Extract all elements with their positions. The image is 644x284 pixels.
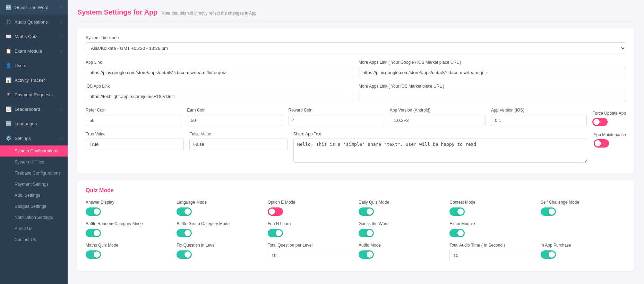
app-link-input[interactable] (86, 67, 353, 78)
sidebar-sub-item-badges-settings[interactable]: Badges Settings (0, 201, 68, 212)
guess-word-icon: 🔤 (6, 5, 11, 10)
sidebar-item-label: Payment Requests (15, 92, 53, 97)
contest-mode-label: Contest Mode (449, 200, 535, 205)
exam-icon: 📋 (6, 48, 11, 54)
sidebar-item-audio-questions[interactable]: 🎵 Audio Questions › (0, 15, 68, 29)
settings-icon: ⚙️ (6, 135, 11, 141)
sidebar-item-label: Audio Questions (15, 19, 48, 25)
chevron-icon: › (61, 5, 62, 9)
sidebar-item-label: Users (15, 63, 26, 68)
more-apps-ios-link-label: More Apps Link ( Your iOS Market place U… (359, 84, 626, 89)
app-version-ios-input[interactable] (491, 115, 587, 126)
toggle-option-e-mode: Option E Mode (268, 200, 353, 216)
guess-word-label: Guess the Word (359, 221, 444, 226)
toggle-contest-mode: Contest Mode (449, 200, 535, 216)
more-apps-ios-link-input[interactable] (359, 91, 626, 102)
chevron-icon: › (61, 136, 62, 140)
toggle-fun-n-learn: Fun N Learn (268, 221, 353, 237)
more-apps-link-input[interactable] (359, 67, 626, 78)
false-value-input[interactable] (189, 139, 287, 150)
chevron-icon: › (61, 34, 62, 38)
battle-group-label: Battle Group Category Mode (177, 221, 262, 226)
force-update-label: Force Update App (592, 111, 626, 116)
ios-app-link-input[interactable] (86, 91, 353, 102)
sidebar-item-users[interactable]: 👤 Users (0, 58, 68, 73)
in-app-purchase-label: In App Purchase (541, 243, 626, 248)
toggle-self-challenge-mode: Self Challenge Mode (541, 200, 626, 216)
sidebar-sub-item-ads-settings[interactable]: Ads. Settings (0, 190, 68, 201)
app-version-android-input[interactable] (390, 115, 486, 126)
toggle-audio-mode: Audio Mode (359, 243, 444, 259)
true-value-input[interactable] (86, 139, 184, 150)
toggle-daily-quiz-mode: Daily Quiz Mode (359, 200, 444, 216)
reward-coin-input[interactable] (289, 115, 384, 126)
users-icon: 👤 (6, 63, 11, 68)
audio-icon: 🎵 (6, 19, 11, 25)
sidebar-sub-item-firebase-configurations[interactable]: Firebase Configurations (0, 168, 68, 179)
sidebar-item-languages[interactable]: 🔤 Languages (0, 116, 68, 131)
reward-coin-label: Reward Coin (289, 108, 384, 113)
fix-question-level-label: Fix Question in Level (177, 243, 262, 248)
sidebar-item-activity-tracker[interactable]: 📊 Activity Tracker (0, 73, 68, 87)
toggle-maths-quiz-mode: Maths Quiz Mode (86, 243, 171, 259)
sidebar-sub-item-contact-us[interactable]: Contact Us (0, 234, 68, 245)
toggle-battle-random: Battle Random Category Mode (86, 221, 171, 237)
chevron-icon: › (61, 20, 62, 24)
sidebar-item-guess-the-word[interactable]: 🔤 Guess The Word › (0, 0, 68, 15)
share-app-text-label: Share App Text (293, 132, 588, 136)
app-maintenance-slider (594, 139, 609, 148)
languages-icon: 🔤 (6, 121, 11, 126)
sidebar-item-label: Activity Tracker (15, 78, 45, 83)
total-audio-time-input[interactable] (449, 250, 535, 261)
quiz-mode-title: Quiz Mode (86, 187, 626, 194)
total-question-per-level-label: Total Question per Level (268, 243, 353, 248)
sidebar-sub-item-payment-settings[interactable]: Payment Settings (0, 179, 68, 190)
more-apps-link-label: More Apps Link ( Your Google / iOS Marke… (359, 60, 626, 65)
sidebar-item-exam-module[interactable]: 📋 Exam Module › (0, 44, 68, 58)
main-content: System Settings for App Note that this w… (68, 0, 644, 284)
page-header: System Settings for App Note that this w… (77, 8, 634, 21)
sidebar-item-payment-requests[interactable]: ₹ Payment Requests (0, 87, 68, 102)
answer-display-label: Answer Display (86, 200, 171, 205)
toggle-language-mode: Language Mode (177, 200, 262, 216)
exam-module-toggle-label: Exam Module (449, 221, 535, 226)
leaderboard-icon: 📈 (6, 106, 11, 112)
sidebar: 🔤 Guess The Word › 🎵 Audio Questions › 📖… (0, 0, 68, 284)
app-maintenance-label: App Maintenance (594, 132, 626, 137)
app-link-label: App Link (86, 60, 353, 65)
timezone-select[interactable]: Asia/Kolkata - GMT +05:30 - 13:26 pm (86, 42, 626, 54)
maths-quiz-mode-label: Maths Quiz Mode (86, 243, 171, 248)
sidebar-sub-item-system-configurations[interactable]: System Configurations (0, 145, 68, 157)
sidebar-item-label: Settings (15, 136, 31, 141)
sidebar-item-label: Leaderboard (15, 107, 40, 112)
sidebar-item-label: Maths Quiz (15, 34, 37, 39)
fun-n-learn-label: Fun N Learn (268, 221, 353, 226)
self-challenge-mode-label: Self Challenge Mode (541, 200, 626, 205)
chevron-icon: › (61, 49, 62, 53)
toggle-exam-module: Exam Module (449, 221, 535, 237)
sidebar-sub-item-system-utilities[interactable]: System Utilities (0, 157, 68, 168)
sidebar-item-label: Languages (15, 121, 37, 126)
refer-coin-input[interactable] (86, 115, 181, 126)
sidebar-item-leaderboard[interactable]: 📈 Leaderboard › (0, 102, 68, 116)
earn-coin-input[interactable] (187, 115, 283, 126)
force-update-toggle[interactable] (592, 118, 608, 126)
share-app-text-input[interactable]: Hello, This is a 'simple' share "text". … (293, 139, 588, 163)
sidebar-item-maths-quiz[interactable]: 📖 Maths Quiz › (0, 29, 68, 44)
sidebar-item-label: Exam Module (15, 48, 42, 54)
sidebar-item-settings[interactable]: ⚙️ Settings › (0, 131, 68, 145)
timezone-label: System Timezone (86, 35, 626, 40)
earn-coin-label: Earn Coin (187, 108, 283, 113)
sidebar-sub-item-about-us[interactable]: About Us (0, 223, 68, 234)
sidebar-sub-item-notification-settings[interactable]: Notification Settings (0, 212, 68, 223)
app-maintenance-toggle[interactable] (594, 139, 609, 148)
total-question-per-level-input[interactable] (268, 250, 353, 261)
payment-icon: ₹ (6, 92, 11, 97)
language-mode-label: Language Mode (177, 200, 262, 205)
app-version-ios-label: App Version (iOS) (491, 108, 587, 113)
battle-random-label: Battle Random Category Mode (86, 221, 171, 226)
refer-coin-label: Refer Coin (86, 108, 181, 113)
maths-icon: 📖 (6, 34, 11, 39)
activity-icon: 📊 (6, 77, 11, 83)
toggle-fix-question-level: Fix Question in Level (177, 243, 262, 259)
